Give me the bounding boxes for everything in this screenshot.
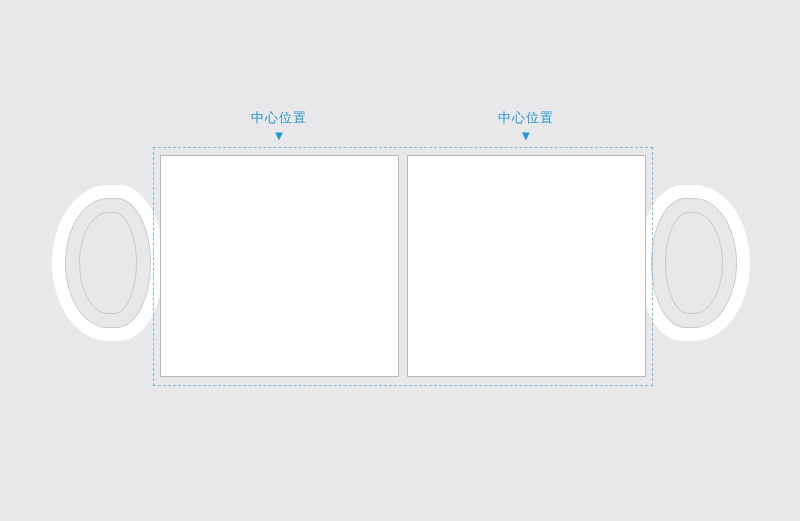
center-label-right: 中心位置 [486,109,566,127]
mug-template-diagram: 中心位置 ▼ 中心位置 ▼ [0,0,800,521]
mug-handle-left [52,185,164,341]
print-panel-left [160,155,399,377]
center-marker-left-icon: ▼ [269,128,289,143]
mug-handle-right [638,185,750,341]
center-label-left: 中心位置 [239,109,319,127]
print-panel-right [407,155,646,377]
center-marker-right-icon: ▼ [516,128,536,143]
